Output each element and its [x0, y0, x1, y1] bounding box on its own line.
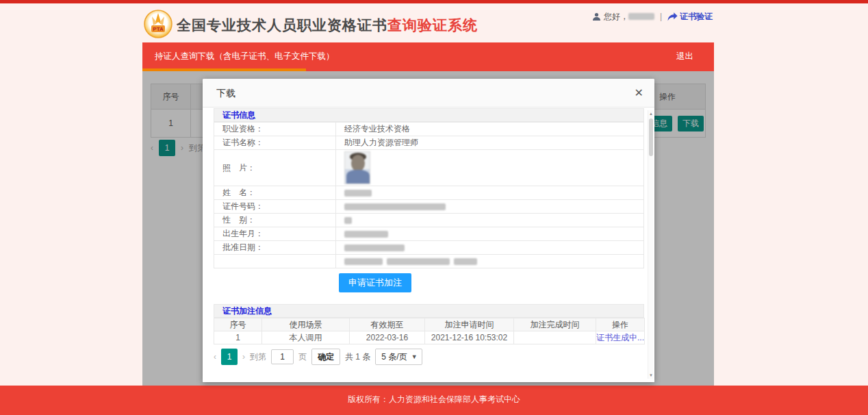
annotation-section-title: 证书加注信息 [214, 304, 644, 318]
annot-scene: 本人调用 [262, 331, 350, 344]
modal-header: 下载 ✕ [203, 79, 654, 108]
apply-annotation-button[interactable]: 申请证书加注 [339, 273, 411, 292]
annot-col-action: 操作 [596, 318, 645, 331]
masked-name [344, 190, 372, 197]
annot-seq: 1 [214, 331, 262, 344]
tab-holder-query-download[interactable]: 持证人查询下载（含电子证书、电子文件下载） [155, 42, 335, 70]
scroll-up-icon[interactable]: ▲ [648, 111, 654, 116]
total-count-label: 共 1 条 [345, 351, 370, 363]
masked-extra-3 [454, 258, 477, 265]
site-title-main: 全国专业技术人员职业资格证书 [177, 17, 387, 33]
annot-col-seq: 序号 [214, 318, 262, 331]
annotation-table: 序号 使用场景 有效期至 加注申请时间 加注完成时间 操作 1 本人调用 202… [214, 318, 645, 344]
share-arrow-icon [667, 12, 678, 21]
modal-body: 证书信息 职业资格： 经济专业技术资格 证书名称： 助理人力资源管理师 照 片： [203, 108, 654, 382]
masked-approval-date [344, 244, 405, 251]
row-name: 姓 名： [214, 186, 644, 200]
value-approval-date [336, 241, 644, 255]
label-qualification: 职业资格： [214, 123, 336, 136]
annot-col-valid-until: 有效期至 [350, 318, 425, 331]
cert-info-table: 职业资格： 经济专业技术资格 证书名称： 助理人力资源管理师 照 片： [214, 122, 644, 268]
apply-row: 申请证书加注 [214, 273, 644, 292]
row-photo: 照 片： [214, 150, 644, 186]
scrollbar-thumb[interactable] [649, 118, 653, 156]
row-id-number: 证件号码： [214, 200, 644, 214]
site-title: 全国专业技术人员职业资格证书查询验证系统 [177, 16, 478, 35]
close-icon[interactable]: ✕ [635, 86, 643, 100]
pta-logo: PTA [144, 10, 173, 38]
row-gender: 性 别： [214, 214, 644, 227]
value-photo [336, 150, 644, 186]
cert-info-section-title: 证书信息 [214, 108, 644, 122]
annotation-data-row: 1 本人调用 2022-03-16 2021-12-16 10:53:02 证书… [214, 331, 645, 344]
scroll-down-icon[interactable]: ▼ [648, 373, 654, 378]
row-qualification: 职业资格： 经济专业技术资格 [214, 123, 644, 136]
cert-generating-link[interactable]: 证书生成中... [596, 333, 644, 342]
modal-scrollbar[interactable]: ▲ ▼ [648, 110, 653, 379]
annot-apply-time: 2021-12-16 10:53:02 [425, 331, 514, 344]
label-cert-name: 证书名称： [214, 136, 336, 150]
nav-bar: 持证人查询下载（含电子证书、电子文件下载） 退出 [142, 42, 714, 71]
annot-prev-page-icon[interactable]: ‹ [214, 352, 216, 362]
logo-text: PTA [153, 26, 164, 32]
value-cert-name: 助理人力资源管理师 [336, 136, 644, 150]
certificate-verify-link[interactable]: 证书验证 [667, 11, 713, 23]
site-header: PTA 全国专业技术人员职业资格证书查询验证系统 您好， | 证书验证 [142, 3, 714, 42]
chevron-down-icon: ▼ [411, 353, 418, 360]
confirm-page-button[interactable]: 确定 [311, 349, 340, 365]
row-birth: 出生年月： [214, 227, 644, 241]
annot-col-scene: 使用场景 [262, 318, 350, 331]
logout-button[interactable]: 退出 [676, 42, 693, 70]
verify-link-label: 证书验证 [680, 11, 713, 23]
copyright-text: 版权所有：人力资源和社会保障部人事考试中心 [0, 386, 868, 413]
annotation-pagination: ‹ 1 › 到第 页 确定 共 1 条 5 条/页 ▼ [214, 349, 644, 365]
value-birth [336, 227, 644, 241]
certificate-photo [344, 151, 370, 184]
masked-extra-1 [344, 258, 383, 265]
annot-jump-unit: 页 [298, 351, 307, 363]
page-size-value: 5 条/页 [381, 351, 407, 363]
site-title-accent: 查询验证系统 [387, 17, 478, 33]
user-name-masked [628, 13, 654, 20]
value-qualification: 经济专业技术资格 [336, 123, 644, 136]
modal-title: 下载 [216, 79, 235, 108]
row-approval-date: 批准日期： [214, 241, 644, 255]
label-birth: 出生年月： [214, 227, 336, 241]
annot-col-apply-time: 加注申请时间 [425, 318, 514, 331]
masked-birth [344, 231, 388, 238]
row-extra [214, 255, 644, 268]
label-extra [214, 255, 336, 268]
annot-finish-time [514, 331, 596, 344]
label-gender: 性 别： [214, 214, 336, 227]
download-modal: 下载 ✕ 证书信息 职业资格： 经济专业技术资格 证书名称： 助理人力资源管理师 [203, 79, 654, 382]
label-name: 姓 名： [214, 186, 336, 200]
annot-page-1-button[interactable]: 1 [221, 349, 238, 365]
masked-extra-2 [387, 258, 450, 265]
annotation-header-row: 序号 使用场景 有效期至 加注申请时间 加注完成时间 操作 [214, 318, 645, 331]
value-gender [336, 214, 644, 227]
footer: 版权所有：人力资源和社会保障部人事考试中心 [0, 386, 868, 415]
user-area: 您好， | 证书验证 [592, 10, 713, 23]
annot-next-page-icon[interactable]: › [242, 352, 245, 362]
masked-gender [344, 217, 352, 224]
annot-valid-until: 2022-03-16 [350, 331, 425, 344]
greeting-text: 您好， [604, 11, 628, 23]
value-name [336, 186, 644, 200]
label-photo: 照 片： [214, 150, 336, 186]
label-approval-date: 批准日期： [214, 241, 336, 255]
user-icon [592, 12, 601, 21]
main-content: 序号 操作 1 证书信息 下载 ‹ 1 › 到第 下载 [142, 71, 714, 386]
value-id-number [336, 200, 644, 214]
value-extra [336, 255, 644, 268]
masked-id-number [344, 203, 446, 210]
label-id-number: 证件号码： [214, 200, 336, 214]
row-cert-name: 证书名称： 助理人力资源管理师 [214, 136, 644, 150]
page-jump-input[interactable] [271, 349, 294, 364]
screen: PTA 全国专业技术人员职业资格证书查询验证系统 您好， | 证书验证 持证人查… [0, 0, 868, 415]
annot-jump-label: 到第 [250, 351, 266, 363]
annot-col-finish-time: 加注完成时间 [514, 318, 596, 331]
header-divider: | [660, 12, 662, 21]
page-size-select[interactable]: 5 条/页 ▼ [375, 349, 422, 365]
